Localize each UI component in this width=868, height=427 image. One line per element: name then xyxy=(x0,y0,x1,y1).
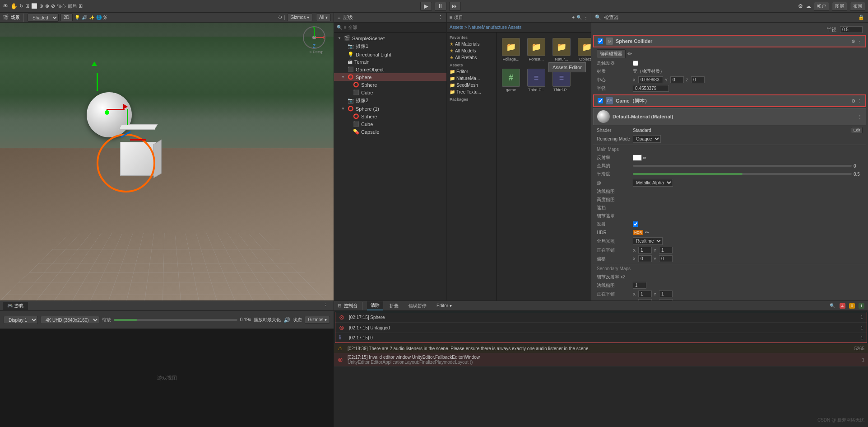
assets-editor[interactable]: 📁 Editor xyxy=(447,68,496,75)
project-item-game[interactable]: # game xyxy=(500,67,522,94)
cloud-icon: ☁ xyxy=(806,3,811,9)
favorites-all-prefabs[interactable]: ★ All Prefabs xyxy=(447,54,496,61)
smoothness-track[interactable] xyxy=(633,173,852,175)
sec-normal-val[interactable] xyxy=(633,282,646,289)
is-trigger-checkbox[interactable] xyxy=(633,61,638,66)
tree-item-sphere-child[interactable]: ⭕ Sphere xyxy=(334,81,446,89)
display-select[interactable]: Display 1 xyxy=(4,316,38,324)
source-select[interactable]: Metallic Alpha xyxy=(633,179,673,187)
step-button[interactable]: ⏭ xyxy=(449,2,461,11)
console-tab-editor[interactable]: Editor ▾ xyxy=(433,302,455,309)
game-options-icon[interactable]: ⋮ xyxy=(320,302,331,310)
project-item-third1[interactable]: ≡ Third-P... xyxy=(525,67,547,94)
main-layout: 🎬 场景 Shaded 2D 💡 🔊 ✨ 🌐 🌫 ⏱ | Gizmos ▾ Al… xyxy=(0,13,868,300)
account-button[interactable]: 帐户 xyxy=(814,2,829,11)
center-z-input[interactable] xyxy=(691,76,705,83)
speaker-icon[interactable]: 🔊 xyxy=(283,317,290,323)
radius-top-input[interactable] xyxy=(840,26,863,33)
albedo-pick-icon[interactable]: ✏ xyxy=(643,155,646,160)
gizmos-button[interactable]: Gizmos ▾ xyxy=(287,14,312,21)
warn-icon-audio: ⚠ xyxy=(338,345,345,352)
console-item-sphere[interactable]: ⊗ [02:17:15] Sphere 1 xyxy=(335,312,867,323)
game-tab[interactable]: 🎮 游戏 xyxy=(3,302,28,310)
tree-item-sphere1[interactable]: ▼ ⭕ Sphere (1) xyxy=(334,105,446,113)
sec-tiling-x-input[interactable] xyxy=(638,291,652,297)
project-add-icon[interactable]: + xyxy=(572,15,575,20)
tree-item-terrain[interactable]: 🏔 Terrain xyxy=(334,58,446,66)
tree-item-samplescene[interactable]: ▼ 🎬 SampleScene* xyxy=(334,34,446,42)
rendering-mode-select[interactable]: Opaque xyxy=(633,135,661,143)
emission-color-pick-icon[interactable]: ✏ xyxy=(645,230,649,235)
project-item-third2[interactable]: ≡ Third-P... xyxy=(551,67,572,94)
tree-item-dirlight[interactable]: 💡 Directional Light xyxy=(334,51,446,58)
sphere-collider-header[interactable]: ⊙ Sphere Collider ⚙ ⋮ xyxy=(593,35,866,47)
project-item-foliage[interactable]: 📁 Foliage... xyxy=(500,36,522,63)
console-item-audio[interactable]: ⚠ [02:18:39] There are 2 audio listeners… xyxy=(334,344,868,353)
tiling-y-input[interactable] xyxy=(659,247,673,253)
game-script-name: Game（脚本） xyxy=(616,98,849,104)
hierarchy-options-icon[interactable]: ⋮ xyxy=(438,14,443,20)
tree-item-sphere1-child[interactable]: ⭕ Sphere xyxy=(334,113,446,120)
game-gizmos-button[interactable]: Gizmos ▾ xyxy=(305,316,330,324)
console-tab-clear[interactable]: 清除 xyxy=(367,301,383,310)
tree-item-camera2[interactable]: 📷 摄像2 xyxy=(334,96,446,105)
tree-item-capsule[interactable]: 💊 Capsule xyxy=(334,128,446,136)
pause-button[interactable]: ⏸ xyxy=(435,2,446,11)
game-script-header[interactable]: C# Game（脚本） ⚙ ⋮ xyxy=(593,94,866,107)
scale-slider[interactable] xyxy=(114,319,237,321)
console-item-invalid[interactable]: ⊗ [02:17:15] Invalid editor window Unity… xyxy=(334,353,868,366)
console-tab-error-pause[interactable]: 错误暂停 xyxy=(405,302,430,310)
offset-x-input[interactable] xyxy=(638,255,652,262)
favorites-all-models[interactable]: ★ All Models xyxy=(447,47,496,54)
assets-naturema[interactable]: 📁 NatureMa... xyxy=(447,75,496,82)
tiling-x-input[interactable] xyxy=(638,247,652,253)
tree-item-sphere-parent[interactable]: ▼ ⭕ Sphere xyxy=(334,73,446,81)
shading-dropdown[interactable]: Shaded xyxy=(28,14,59,22)
albedo-swatch[interactable] xyxy=(633,155,642,161)
project-search-icon[interactable]: 🔍 xyxy=(576,15,582,20)
console-tab-collapse[interactable]: 折叠 xyxy=(386,302,402,310)
game-script-toggle[interactable] xyxy=(598,98,603,103)
game-script-settings-icon[interactable]: ⚙ xyxy=(851,99,855,103)
project-item-natur[interactable]: 📁 Natur... xyxy=(551,36,572,63)
sphere-collider-more-icon[interactable]: ⋮ xyxy=(857,39,862,44)
console-search-icon[interactable]: 🔍 xyxy=(830,303,835,308)
stats-label[interactable]: 状态 xyxy=(293,317,302,323)
material-component-header[interactable]: Default-Material (Material) ⋮ xyxy=(593,108,866,125)
project-item-forest[interactable]: 📁 Forest... xyxy=(525,36,547,63)
tree-item-gameobject[interactable]: ⬛ GameObject xyxy=(334,66,446,73)
sphere-collider-toggle[interactable] xyxy=(598,38,603,44)
radius-input[interactable] xyxy=(633,85,669,92)
offset-y-input[interactable] xyxy=(659,255,673,262)
assets-tree-textu[interactable]: 📁 Tree Textu... xyxy=(447,89,496,95)
metallic-track[interactable] xyxy=(633,165,852,167)
emission-checkbox[interactable] xyxy=(633,221,638,227)
sphere-collider-settings-icon[interactable]: ⚙ xyxy=(851,39,855,44)
tree-item-cube-child[interactable]: ⬛ Cube xyxy=(334,89,446,96)
2d-button[interactable]: 2D xyxy=(60,14,73,21)
shader-edit-button[interactable]: Edit xyxy=(851,127,863,133)
sec-tiling-y-input[interactable] xyxy=(659,291,673,297)
all-button[interactable]: All ▾ xyxy=(316,14,331,21)
layout-button[interactable]: 布局 xyxy=(850,2,865,11)
center-y-input[interactable] xyxy=(670,76,684,83)
scene-view[interactable]: Y X Z < Persp xyxy=(0,23,334,300)
layers-button[interactable]: 图层 xyxy=(832,2,847,11)
console-item-zero[interactable]: ℹ [02:17:15] 0 1 xyxy=(335,333,867,343)
favorites-all-materials[interactable]: ★ All Materials xyxy=(447,41,496,47)
material-settings-icon[interactable]: ⋮ xyxy=(858,114,862,119)
edit-collider-button[interactable]: 编辑碰撞器 xyxy=(597,49,626,58)
play-button[interactable]: ▶ xyxy=(420,2,432,11)
game-script-more-icon[interactable]: ⋮ xyxy=(857,99,862,103)
project-item-object[interactable]: 📁 Object... xyxy=(576,36,591,63)
maximize-label[interactable]: 播放时最大化 xyxy=(254,317,281,323)
inspector-lock-icon[interactable]: 🔒 xyxy=(858,14,864,20)
resolution-select[interactable]: 4K UHD (3840x2160) xyxy=(41,316,99,324)
global-illum-select[interactable]: Realtime xyxy=(633,237,663,245)
tree-item-camera1[interactable]: 📷 摄像1 xyxy=(334,42,446,51)
center-x-input[interactable] xyxy=(638,76,663,83)
project-options-icon[interactable]: ⋮ xyxy=(584,15,588,20)
tree-item-cube1-child[interactable]: ⬛ Cube xyxy=(334,120,446,128)
assets-seedmesh[interactable]: 📁 SeedMesh xyxy=(447,82,496,89)
console-item-untagged[interactable]: ⊗ [02:17:15] Untagged 1 xyxy=(335,323,867,333)
